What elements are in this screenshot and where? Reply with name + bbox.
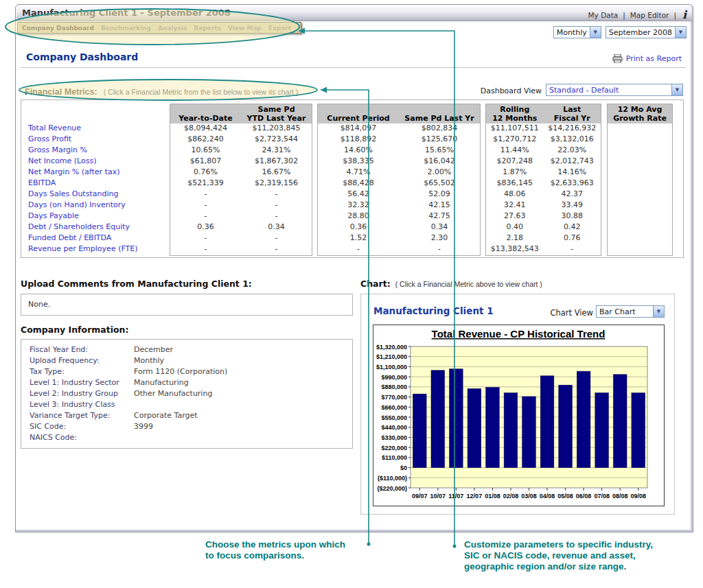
metric-value	[608, 134, 672, 145]
svg-text:$660,000: $660,000	[381, 404, 407, 411]
metric-value	[608, 211, 672, 222]
printer-icon	[612, 54, 623, 63]
metric-value: -	[170, 233, 241, 244]
metric-value: 0.76%	[170, 167, 241, 178]
metric-value: 0.34	[399, 222, 480, 233]
chart-panel: Manufacturing Client 1 Chart View Bar Ch…	[360, 294, 675, 515]
svg-text:$770,000: $770,000	[381, 394, 407, 401]
metric-value: 14.16%	[544, 167, 601, 178]
metric-value: $1,867,302	[241, 156, 312, 167]
metric-value: 56.42	[318, 189, 399, 200]
title-bar: Manufacturing Client 1 - September 2008 …	[16, 5, 692, 21]
metric-value: 0.76	[544, 233, 601, 244]
metric-link[interactable]: Days Payable	[28, 211, 79, 220]
info-icon[interactable]: i	[682, 8, 687, 21]
metric-value: 32.41	[486, 200, 544, 211]
svg-text:$110,000: $110,000	[382, 454, 407, 461]
metric-value: 22.03%	[544, 145, 601, 156]
metric-value: 42.15	[399, 200, 480, 211]
svg-text:$1,320,000: $1,320,000	[376, 344, 407, 351]
svg-text:$220,000: $220,000	[381, 445, 407, 451]
metric-value: 28.80	[318, 211, 399, 222]
svg-text:01/08: 01/08	[485, 493, 500, 499]
metric-value	[608, 167, 672, 178]
metric-value: $802,834	[399, 124, 480, 134]
info-label: Level 2: Industry Group	[30, 389, 134, 400]
map-editor-link[interactable]: Map Editor	[630, 11, 669, 19]
metric-link[interactable]: Gross Margin %	[28, 145, 87, 154]
metric-value: $814,097	[318, 124, 399, 134]
metric-value: $88,428	[318, 178, 399, 189]
info-value: Other Manufacturing	[134, 389, 212, 400]
info-label: Tax Type:	[30, 367, 134, 378]
metric-value: 48.06	[486, 189, 544, 200]
metric-value: 2.30	[399, 233, 480, 244]
metric-value: 0.42	[544, 222, 601, 233]
metric-value: $13,382,543	[486, 244, 544, 255]
metric-link[interactable]: Net Income (Loss)	[28, 156, 97, 165]
metric-value: 2.18	[486, 233, 544, 244]
info-value: Form 1120 (Corporation)	[134, 367, 227, 378]
svg-text:$330,000: $330,000	[381, 434, 407, 441]
metric-value: $3,132,016	[544, 134, 601, 145]
metric-link[interactable]: Funded Debt / EBITDA	[28, 233, 111, 242]
metric-value: $61,807	[170, 156, 241, 167]
metric-value: 1.52	[318, 233, 399, 244]
column-header: Current Period	[318, 104, 399, 124]
info-label: SIC Code:	[30, 422, 134, 433]
company-information-heading: Company Information:	[21, 325, 353, 335]
metric-value: $11,107,511	[486, 124, 544, 134]
metric-value: -	[544, 244, 601, 255]
financial-metrics-heading: Financial Metrics:	[25, 87, 97, 97]
svg-text:Total Revenue - CP Historical: Total Revenue - CP Historical Trend	[432, 328, 606, 340]
metric-value: $16,042	[399, 156, 480, 167]
metric-value: $862,240	[170, 134, 241, 145]
callout-choose-metrics: Choose the metrics upon whichto focus co…	[205, 539, 345, 561]
column-header: Year-to-Date	[170, 104, 241, 124]
svg-text:11/07: 11/07	[448, 493, 463, 499]
svg-text:12/07: 12/07	[467, 493, 483, 499]
metric-value: 1.87%	[486, 167, 544, 178]
metric-value: $38,335	[318, 156, 399, 167]
metric-value	[608, 222, 672, 233]
info-label: NAICS Code:	[30, 433, 134, 444]
column-header: Same PdYTD Last Year	[241, 104, 312, 124]
metric-link[interactable]: Days (on Hand) Inventory	[28, 200, 126, 209]
metric-value: $125,670	[399, 134, 480, 145]
metric-link[interactable]: Gross Profit	[28, 134, 71, 143]
metric-value: $521,339	[170, 178, 241, 189]
info-value: Manufacturing	[134, 378, 189, 389]
metric-value: -	[241, 189, 312, 200]
svg-text:02/08: 02/08	[503, 493, 519, 499]
metric-link[interactable]: Net Margin % (after tax)	[28, 167, 120, 176]
metric-link[interactable]: Days Sales Outstanding	[28, 189, 118, 198]
bar-chart: Total Revenue - CP Historical Trend($220…	[373, 325, 665, 506]
metric-value: -	[241, 200, 312, 211]
info-value: Monthly	[134, 356, 164, 367]
metric-link[interactable]: Revenue per Employee (FTE)	[28, 244, 138, 253]
column-header: LastFiscal Yr	[544, 104, 601, 124]
svg-text:09/07: 09/07	[412, 493, 428, 499]
metric-value: -	[170, 244, 241, 255]
print-as-report-link[interactable]: Print as Report	[612, 54, 682, 63]
dashboard-view-select[interactable]: Standard - Default▼	[546, 84, 683, 96]
metric-value: $14,216,932	[544, 124, 601, 134]
metric-value: $207,248	[486, 156, 544, 167]
info-value: 3999	[134, 422, 153, 433]
metric-link[interactable]: Total Revenue	[28, 124, 81, 132]
metric-value: $2,012,743	[544, 156, 601, 167]
info-value: December	[134, 345, 173, 356]
column-header: Same Pd Last Yr	[399, 104, 480, 124]
company-information-box: Fiscal Year End:DecemberUpload Frequency…	[21, 339, 353, 449]
info-label: Variance Target Type:	[30, 411, 134, 422]
metric-value	[608, 200, 672, 211]
chart-view-select[interactable]: Bar Chart▼	[596, 305, 665, 318]
metric-link[interactable]: EBITDA	[28, 178, 56, 187]
my-data-link[interactable]: My Data	[588, 11, 619, 19]
metric-link[interactable]: Debt / Shareholders Equity	[28, 222, 130, 231]
separator: |	[673, 11, 676, 19]
divider	[21, 67, 686, 68]
svg-text:$880,000: $880,000	[381, 384, 407, 390]
upload-comments-heading: Upload Comments from Manufacturing Clien…	[21, 279, 353, 289]
metric-value: 33.49	[544, 200, 601, 211]
